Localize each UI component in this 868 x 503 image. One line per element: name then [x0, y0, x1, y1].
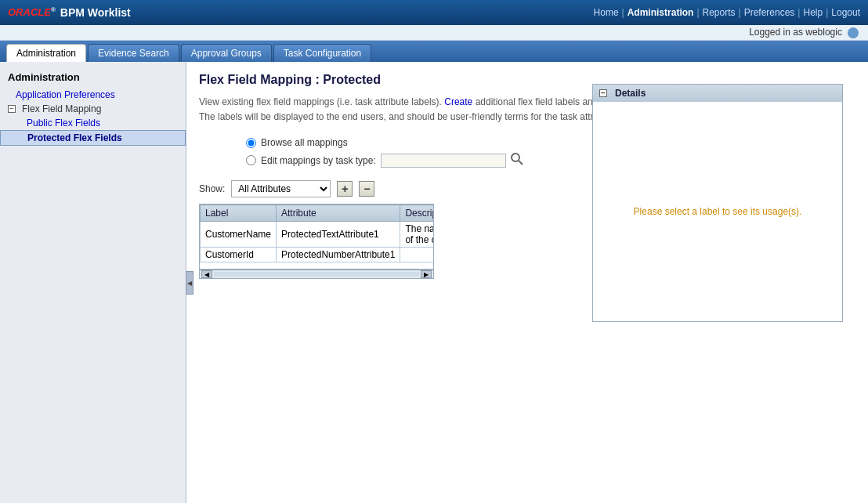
- col-label: Label: [201, 205, 277, 222]
- details-message: Please select a label to see its usage(s…: [634, 206, 802, 217]
- home-nav-link[interactable]: Home: [594, 7, 619, 18]
- sidebar-section-flex-field-mapping: − Flex Field Mapping: [0, 102, 186, 116]
- preferences-nav-link[interactable]: Preferences: [744, 7, 795, 18]
- nav-separator-3: |: [739, 7, 741, 18]
- cell-description: [400, 248, 434, 262]
- cell-attribute: ProtectedNumberAttribute1: [277, 248, 400, 262]
- logout-nav-link[interactable]: Logout: [831, 7, 860, 18]
- nav-separator: |: [622, 7, 624, 18]
- add-button[interactable]: +: [337, 181, 353, 197]
- description-view-text: View existing flex field mappings (i.e. …: [199, 96, 444, 107]
- sidebar-title: Administration: [0, 68, 186, 88]
- logged-in-bar: Logged in as weblogic: [0, 25, 868, 41]
- scroll-track: [214, 272, 419, 277]
- tab-approval-groups[interactable]: Approval Groups: [181, 44, 272, 62]
- svg-point-0: [512, 154, 519, 161]
- content-inner: Flex Field Mapping : Protected View exis…: [199, 73, 855, 465]
- search-icon: [511, 153, 523, 165]
- nav-separator-2: |: [696, 7, 699, 18]
- tab-evidence-search[interactable]: Evidence Search: [88, 44, 179, 62]
- flex-field-table: Label Attribute Description CustomerName…: [200, 204, 434, 262]
- create-link[interactable]: Create: [444, 96, 472, 107]
- task-type-search-button[interactable]: [511, 153, 523, 168]
- cell-attribute: ProtectedTextAttribute1: [277, 222, 400, 248]
- content-area: Flex Field Mapping : Protected View exis…: [186, 62, 868, 503]
- details-body: Please select a label to see its usage(s…: [593, 102, 842, 321]
- col-description: Description: [400, 205, 434, 222]
- description-line2: The labels will be displayed to the end …: [199, 111, 621, 122]
- sidebar-item-protected-flex-fields[interactable]: Protected Flex Fields: [0, 130, 186, 146]
- user-icon: [848, 27, 859, 38]
- scroll-right-button[interactable]: ▶: [421, 270, 432, 278]
- tab-administration[interactable]: Administration: [6, 44, 86, 62]
- task-type-input[interactable]: [381, 154, 506, 168]
- topbar-navigation: Home | Administration | Reports | Prefer…: [594, 7, 860, 18]
- oracle-logo-text: ORACLE®: [8, 6, 56, 18]
- svg-line-1: [519, 161, 523, 165]
- remove-button[interactable]: −: [359, 181, 374, 197]
- reports-nav-link[interactable]: Reports: [703, 7, 736, 18]
- nav-separator-4: |: [797, 7, 800, 18]
- main-container: Administration Application Preferences −…: [0, 62, 868, 503]
- table-scrollbar[interactable]: ◀ ▶: [199, 270, 434, 279]
- sidebar-item-app-preferences[interactable]: Application Preferences: [0, 88, 186, 102]
- show-label: Show:: [199, 183, 225, 194]
- table-row[interactable]: CustomerName ProtectedTextAttribute1 The…: [201, 222, 435, 248]
- cell-label: CustomerId: [201, 248, 277, 262]
- tab-bar: Administration Evidence Search Approval …: [0, 41, 868, 62]
- details-header-label: Details: [615, 88, 646, 99]
- collapse-icon[interactable]: −: [8, 105, 16, 113]
- topbar: ORACLE® BPM Worklist Home | Administrati…: [0, 0, 868, 25]
- sidebar-collapse-handle[interactable]: ◀: [186, 271, 193, 295]
- details-collapse-icon[interactable]: −: [599, 89, 607, 97]
- radio-edit-task-type[interactable]: [246, 155, 256, 165]
- logged-in-text: Logged in as weblogic: [749, 27, 842, 38]
- radio-browse-label: Browse all mappings: [261, 137, 348, 148]
- app-title: BPM Worklist: [60, 6, 131, 19]
- sidebar-item-public-flex-fields[interactable]: Public Flex Fields: [0, 116, 186, 130]
- scroll-left-button[interactable]: ◀: [201, 270, 212, 278]
- details-header: − Details: [593, 85, 842, 102]
- show-select[interactable]: All Attributes Text Attributes Number At…: [231, 180, 331, 197]
- cell-description: The name of the c: [400, 222, 434, 248]
- table-row[interactable]: CustomerId ProtectedNumberAttribute1: [201, 248, 435, 262]
- help-nav-link[interactable]: Help: [803, 7, 823, 18]
- details-panel: − Details Please select a label to see i…: [592, 84, 843, 322]
- tab-task-configuration[interactable]: Task Configuration: [273, 44, 371, 62]
- cell-label: CustomerName: [201, 222, 277, 248]
- administration-nav-link[interactable]: Administration: [627, 7, 694, 18]
- app-logo: ORACLE® BPM Worklist: [8, 6, 131, 19]
- flex-field-table-container: Label Attribute Description CustomerName…: [199, 204, 434, 270]
- radio-edit-label: Edit mappings by task type:: [261, 155, 376, 166]
- radio-browse-all[interactable]: [246, 138, 256, 148]
- nav-separator-5: |: [826, 7, 828, 18]
- sidebar: Administration Application Preferences −…: [0, 62, 186, 503]
- col-attribute: Attribute: [277, 205, 400, 222]
- sidebar-section-label: Flex Field Mapping: [22, 103, 101, 114]
